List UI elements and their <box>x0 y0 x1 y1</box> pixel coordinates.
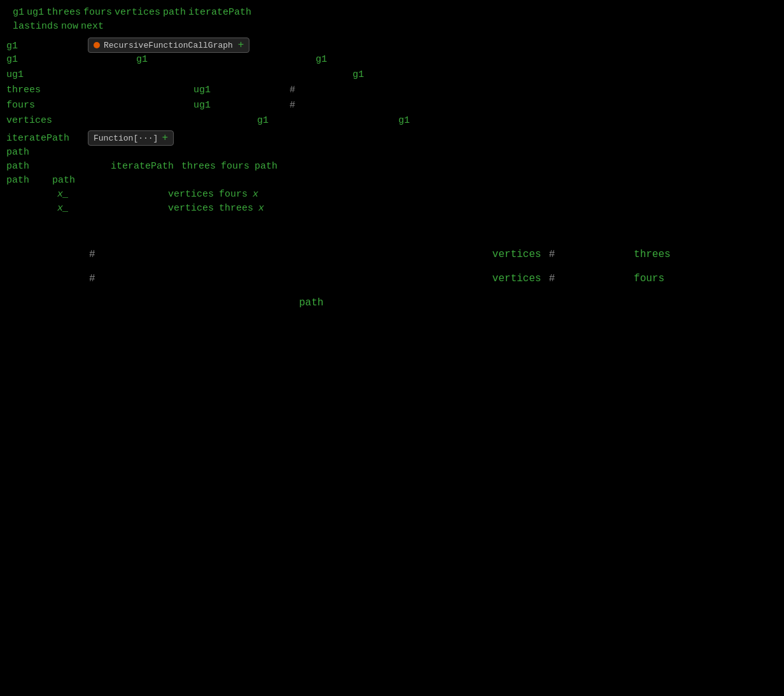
bottom-section: # vertices # threes # vertices # fours p… <box>0 242 784 314</box>
label-fours: fours <box>6 100 83 111</box>
label-iteratepath: iteratePath <box>6 133 83 144</box>
path-path-ref: path <box>255 161 277 172</box>
x1-x-ref: x <box>253 189 258 200</box>
row-iteratepath-badge: iteratePath Function[···] + <box>0 130 784 146</box>
row-ug1-content: ug1 g1 <box>0 69 784 84</box>
g1-ref-1: g1 <box>136 54 148 65</box>
function-badge-label: Function[···] <box>94 134 158 143</box>
badge-dot-icon <box>94 42 100 48</box>
label-g1: g1 <box>6 41 83 52</box>
bottom-vertices-fours: vertices <box>493 267 542 291</box>
threes-ug1-ref: ug1 <box>193 85 211 95</box>
bottom-row-path: path <box>0 290 784 314</box>
bottom-row-threes: # vertices # threes <box>0 242 784 266</box>
header-var-next: next <box>81 21 104 32</box>
function-badge-plus-icon[interactable]: + <box>162 132 168 144</box>
bottom-hash2-fours: # <box>549 267 555 291</box>
row-fours-content: fours ug1 # <box>0 99 784 115</box>
x1-fours-ref: fours <box>219 189 248 200</box>
label-path-path: path path <box>6 175 75 186</box>
ug1-g1-ref: g1 <box>353 69 364 80</box>
fours-ug1-ref: ug1 <box>193 100 211 111</box>
path-fours-ref: fours <box>221 161 249 172</box>
row-vertices-content: vertices g1 g1 <box>0 115 784 130</box>
header-var-iteratePath: iteratePath <box>188 7 251 18</box>
bottom-vertices-threes: vertices <box>493 242 542 267</box>
path-threes-ref: threes <box>181 161 216 172</box>
main-container: g1 ug1 threes fours vertices path iterat… <box>0 0 784 696</box>
label-g1-2: g1 <box>6 54 83 65</box>
header-var-vertices: vertices <box>115 7 160 18</box>
recursive-function-call-graph-badge[interactable]: RecursiveFunctionCallGraph + <box>88 38 249 53</box>
label-path-empty: path <box>6 147 83 158</box>
badge-label: RecursiveFunctionCallGraph <box>104 41 233 50</box>
bottom-threes-label: threes <box>634 242 671 267</box>
header-var-path: path <box>163 7 186 18</box>
header-var-fours: fours <box>83 7 112 18</box>
badge-plus-icon[interactable]: + <box>238 39 244 51</box>
label-path-2: path <box>6 161 83 172</box>
label-threes: threes <box>6 85 83 95</box>
label-vertices: vertices <box>6 115 83 126</box>
header-var-now: now <box>61 21 78 32</box>
header-line1: g1 ug1 threes fours vertices path iterat… <box>0 6 784 20</box>
header-line2: lastinds now next <box>0 20 784 34</box>
bottom-fours-label: fours <box>634 267 664 291</box>
header-var-g1: g1 <box>13 7 24 18</box>
row-g1-content: g1 g1 g1 <box>0 53 784 69</box>
header-var-lastinds: lastinds <box>13 21 59 32</box>
threes-hash: # <box>290 85 295 95</box>
x1-vertices-ref: vertices <box>168 189 214 200</box>
header-var-ug1: ug1 <box>27 7 44 18</box>
bottom-path-label: path <box>299 291 323 315</box>
row-x-threes: x_ vertices threes x <box>0 202 784 216</box>
bottom-row-fours: # vertices # fours <box>0 266 784 290</box>
bottom-hash1-fours: # <box>89 267 95 291</box>
label-ug1: ug1 <box>6 69 83 80</box>
x2-x-ref: x <box>258 203 264 214</box>
bottom-hash1-threes: # <box>89 242 95 267</box>
x2-threes-ref: threes <box>219 203 253 214</box>
row-path-empty: path <box>0 146 784 160</box>
vertices-g1-ref1: g1 <box>257 115 269 126</box>
bottom-hash2-threes: # <box>549 242 555 267</box>
row-path-path: path path <box>0 174 784 188</box>
function-badge[interactable]: Function[···] + <box>88 130 174 146</box>
row-threes-content: threes ug1 # <box>0 84 784 99</box>
label-x2: x_ <box>57 203 89 214</box>
g1-ref-2: g1 <box>316 54 327 65</box>
vertices-g1-ref2: g1 <box>398 115 410 126</box>
fours-hash: # <box>290 100 295 111</box>
header-var-threes: threes <box>46 7 81 18</box>
row-g1-badge: g1 RecursiveFunctionCallGraph + <box>0 37 784 53</box>
row-x-fours: x_ vertices fours x <box>0 188 784 202</box>
label-x1: x_ <box>57 189 89 200</box>
x2-vertices-ref: vertices <box>168 203 214 214</box>
row-path-content: path iteratePath threes fours path <box>0 160 784 174</box>
path-iteratepath-ref: iteratePath <box>111 161 174 172</box>
